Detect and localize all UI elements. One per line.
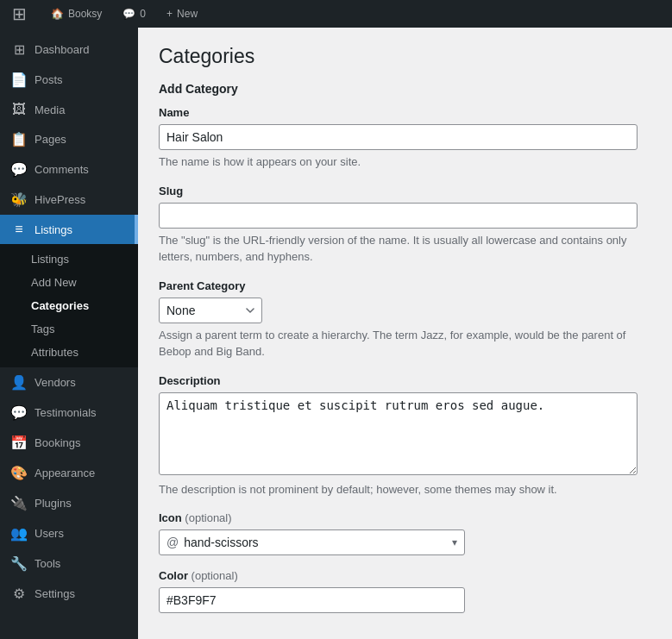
plugins-icon: 🔌 [10, 495, 28, 511]
sidebar-label-bookings: Bookings [35, 436, 80, 449]
icon-select[interactable]: hand-scissors [184, 536, 452, 549]
sidebar-label-plugins: Plugins [35, 497, 72, 510]
listings-icon: ≡ [10, 222, 28, 237]
slug-hint: The "slug" is the URL-friendly version o… [159, 232, 637, 266]
sidebar-item-vendors[interactable]: 👤 Vendors [0, 367, 138, 398]
new-content-button[interactable]: + New [161, 0, 203, 28]
media-icon: 🖼 [10, 102, 28, 117]
wp-icon: ⊞ [12, 3, 27, 24]
parent-category-field-group: Parent Category None Assign a parent ter… [159, 279, 651, 360]
form-title: Add Category [159, 82, 651, 96]
comments-icon: 💬 [122, 8, 135, 20]
sidebar-label-listings: Listings [35, 223, 72, 236]
description-field-group: Description Aliquam tristique et suscipi… [159, 374, 651, 498]
name-label: Name [159, 106, 651, 119]
new-label: New [177, 8, 198, 20]
parent-category-label: Parent Category [159, 279, 651, 292]
site-name-link[interactable]: 🏠 Booksy [46, 0, 107, 28]
page-title: Categories [159, 45, 651, 68]
submenu-item-add-new[interactable]: Add New [0, 271, 138, 294]
parent-category-select[interactable]: None [159, 298, 262, 323]
color-optional: (optional) [192, 569, 238, 582]
sidebar-label-testimonials: Testimonials [35, 406, 97, 419]
sidebar: ⊞ Dashboard 📄 Posts 🖼 Media 📋 Pages 💬 Co… [0, 28, 138, 639]
vendors-icon: 👤 [10, 374, 28, 391]
settings-icon: ⚙ [10, 586, 28, 602]
sidebar-item-posts[interactable]: 📄 Posts [0, 65, 138, 95]
tools-icon: 🔧 [10, 555, 28, 572]
sidebar-item-pages[interactable]: 📋 Pages [0, 124, 138, 154]
sidebar-label-tools: Tools [35, 557, 60, 570]
comments-link[interactable]: 💬 0 [117, 0, 151, 28]
wp-logo[interactable]: ⊞ [7, 0, 35, 28]
sidebar-label-posts: Posts [35, 73, 63, 86]
color-label: Color (optional) [159, 569, 651, 582]
slug-field-group: Slug The "slug" is the URL-friendly vers… [159, 185, 651, 266]
sidebar-item-comments[interactable]: 💬 Comments [0, 154, 138, 185]
home-icon: 🏠 [51, 8, 64, 20]
submenu-item-attributes[interactable]: Attributes [0, 341, 138, 364]
sidebar-label-users: Users [35, 527, 64, 540]
comments-nav-icon: 💬 [10, 161, 28, 178]
plus-icon: + [166, 8, 173, 20]
sidebar-item-appearance[interactable]: 🎨 Appearance [0, 458, 138, 488]
icon-field-group: Icon (optional) @ hand-scissors ▾ [159, 511, 651, 555]
icon-select-wrapper[interactable]: @ hand-scissors ▾ [159, 529, 465, 555]
slug-label: Slug [159, 185, 651, 197]
posts-icon: 📄 [10, 72, 28, 88]
sidebar-label-dashboard: Dashboard [35, 43, 90, 56]
sidebar-label-settings: Settings [35, 587, 75, 600]
sidebar-item-bookings[interactable]: 📅 Bookings [0, 428, 138, 458]
hivepress-icon: 🐝 [10, 191, 28, 208]
name-hint: The name is how it appears on your site. [159, 153, 637, 171]
bookings-icon: 📅 [10, 435, 28, 451]
icon-prefix: @ [166, 536, 179, 549]
sidebar-label-hivepress: HivePress [35, 193, 85, 206]
submenu-item-categories[interactable]: Categories [0, 294, 138, 317]
slug-input[interactable] [159, 203, 637, 229]
testimonials-icon: 💬 [10, 404, 28, 421]
description-hint: The description is not prominent by defa… [159, 481, 637, 498]
sidebar-item-dashboard[interactable]: ⊞ Dashboard [0, 34, 138, 65]
pages-icon: 📋 [10, 131, 28, 147]
submenu-item-tags[interactable]: Tags [0, 317, 138, 341]
icon-label: Icon (optional) [159, 511, 651, 524]
sidebar-item-listings[interactable]: ≡ Listings [0, 215, 138, 244]
color-field-group: Color (optional) [159, 569, 651, 613]
sidebar-item-testimonials[interactable]: 💬 Testimonials [0, 398, 138, 428]
description-textarea[interactable]: Aliquam tristique et suscipit rutrum ero… [159, 392, 637, 475]
users-icon: 👥 [10, 525, 28, 542]
sidebar-label-pages: Pages [35, 133, 66, 146]
sidebar-item-plugins[interactable]: 🔌 Plugins [0, 488, 138, 518]
sidebar-item-media[interactable]: 🖼 Media [0, 95, 138, 124]
sidebar-label-vendors: Vendors [35, 376, 76, 389]
add-category-form: Add Category Name The name is how it app… [159, 82, 651, 613]
sidebar-label-media: Media [35, 103, 65, 116]
sidebar-item-users[interactable]: 👥 Users [0, 518, 138, 548]
listings-submenu: Listings Add New Categories Tags Attribu… [0, 244, 138, 367]
sidebar-item-tools[interactable]: 🔧 Tools [0, 548, 138, 579]
icon-optional: (optional) [185, 511, 231, 524]
icon-chevron-down-icon: ▾ [452, 536, 457, 548]
appearance-icon: 🎨 [10, 465, 28, 481]
site-name: Booksy [68, 8, 102, 20]
sidebar-item-settings[interactable]: ⚙ Settings [0, 579, 138, 609]
comments-count: 0 [140, 8, 146, 20]
description-label: Description [159, 374, 651, 387]
sidebar-item-hivepress[interactable]: 🐝 HivePress [0, 185, 138, 215]
dashboard-icon: ⊞ [10, 41, 28, 58]
top-bar: ⊞ 🏠 Booksy 💬 0 + New [0, 0, 672, 28]
name-input[interactable] [159, 124, 637, 150]
sidebar-label-comments: Comments [35, 163, 89, 176]
parent-category-select-wrapper: None [159, 298, 262, 323]
parent-hint: Assign a parent term to create a hierarc… [159, 327, 637, 360]
color-input[interactable] [159, 587, 465, 613]
submenu-item-listings[interactable]: Listings [0, 247, 138, 271]
main-content: Categories Add Category Name The name is… [138, 28, 672, 639]
sidebar-label-appearance: Appearance [35, 467, 95, 479]
name-field-group: Name The name is how it appears on your … [159, 106, 651, 171]
